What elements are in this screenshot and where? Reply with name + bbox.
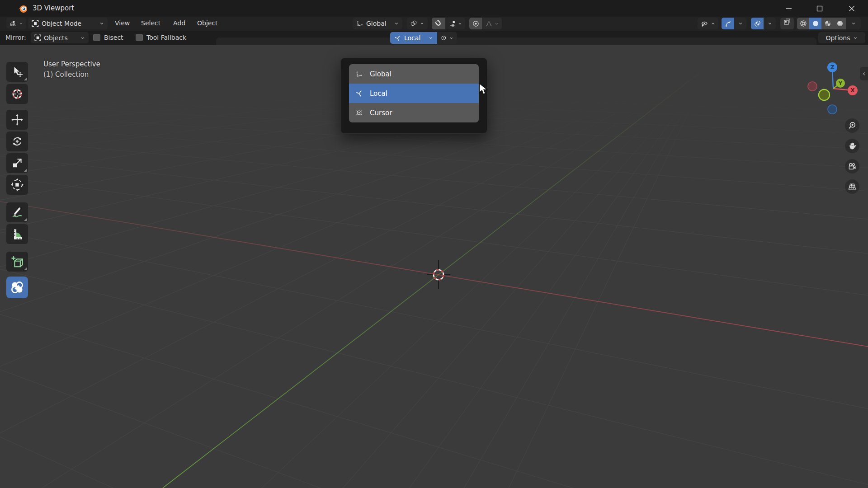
pivot-point-dropdown[interactable] [407,18,428,29]
perspective-toggle-button[interactable] [845,179,859,194]
proportional-editing-icon [472,20,480,28]
gizmo-arrow-icon [724,20,732,28]
chevron-down-icon [449,36,454,41]
chevron-down-icon [494,21,499,26]
wireframe-sphere-icon [799,19,807,28]
tool-pivot-dropdown[interactable] [437,32,457,44]
mirror-tool-button-active[interactable] [6,277,28,298]
minimize-icon [785,5,793,12]
measure-tool-button[interactable] [6,224,28,244]
tool-settings-panel-backdrop [216,38,816,45]
gizmo-axis-neg-y[interactable] [819,89,830,100]
proportional-editing-toggle[interactable] [469,18,482,29]
cursor-tool-button[interactable] [6,84,28,104]
bisect-checkbox[interactable] [93,34,100,41]
add-cube-tool-button[interactable] [6,252,28,272]
shading-solid-button[interactable] [809,18,821,29]
menu-view[interactable]: View [115,19,130,27]
overlays-icon [754,20,761,28]
subtool-indicator [24,267,27,270]
transform-orientation-label: Global [366,20,387,27]
scale-icon [11,157,23,169]
orientation-menu-item-cursor[interactable]: Cursor [349,103,479,122]
pivot-median-icon [440,34,448,42]
subtool-indicator [24,169,27,172]
chevron-down-icon [853,35,858,41]
menu-add[interactable]: Add [173,19,185,27]
camera-view-button[interactable] [845,159,859,174]
bisect-label: Bisect [104,34,123,41]
mode-selector-dropdown[interactable]: Object Mode [28,18,108,29]
viewport-header: Object Mode View Select Add Object Globa… [0,17,868,31]
proportional-falloff-dropdown[interactable] [482,18,502,29]
mirror-object-label: Objects [44,34,68,42]
object-visibility-dropdown[interactable] [698,18,718,29]
window-title: 3D Viewport [33,4,74,12]
tool-fallback-checkbox[interactable] [136,34,143,41]
view-perspective-label: User Perspective [43,60,100,68]
close-icon [848,5,855,12]
shading-options-dropdown[interactable] [846,18,861,29]
orientation-menu-item-local[interactable]: Local [349,84,479,103]
shading-wireframe-button[interactable] [797,18,809,29]
maximize-button[interactable] [809,0,830,17]
blender-window: User Perspective (1) Collection [0,0,868,488]
orientation-global-icon [355,70,363,78]
show-gizmo-toggle[interactable] [722,18,734,29]
solid-sphere-icon [811,19,820,28]
options-dropdown[interactable]: Options [818,32,865,43]
magnifier-plus-icon [848,121,857,130]
pivot-point-icon [410,19,417,28]
rotate-icon [11,135,24,148]
grid-plane-icon [848,182,857,191]
tool-orientation-label: Local [404,34,420,42]
orientation-menu-item-global[interactable]: Global [349,64,479,84]
annotate-tool-button[interactable] [6,202,28,222]
select-box-tool-button[interactable] [6,62,28,82]
transform-orientation-dropdown[interactable]: Global [353,18,402,29]
minimize-button[interactable] [778,0,799,17]
tool-orientation-dropdown-open[interactable]: Local [390,32,437,44]
editor-type-selector[interactable] [6,18,26,29]
menu-item-label: Global [370,70,392,78]
blender-logo-icon [17,3,28,14]
sidebar-collapse-toggle[interactable]: ‹ [860,67,868,80]
overlays-controls [751,18,776,29]
xray-toggle[interactable] [780,18,794,29]
mirror-object-dropdown[interactable]: Objects [31,32,89,43]
gizmo-y-label: Y [838,80,843,86]
titlebar[interactable]: 3D Viewport [0,0,868,17]
scale-tool-button[interactable] [6,153,28,173]
pan-button[interactable] [845,139,859,153]
gizmo-options-dropdown[interactable] [734,18,746,29]
zoom-button[interactable] [845,118,859,133]
transform-tool-button[interactable] [6,175,28,195]
chevron-down-icon [458,21,462,26]
gizmo-axis-neg-z[interactable] [828,105,837,114]
snap-toggle[interactable] [432,18,445,29]
chevron-down-icon [767,21,773,26]
3d-cursor-tool-icon [10,87,24,101]
move-tool-button[interactable] [6,110,28,130]
gizmos-controls [722,18,746,29]
close-button[interactable] [841,0,862,17]
overlays-options-dropdown[interactable] [764,18,776,29]
orientation-global-icon [356,19,364,28]
tool-orientation-controls: Local [390,32,457,44]
gizmo-axis-neg-x[interactable] [808,82,817,91]
menu-item-label: Cursor [370,109,392,117]
show-overlays-toggle[interactable] [751,18,764,29]
menu-object[interactable]: Object [197,19,218,27]
navigation-gizmo[interactable]: Z Y X [800,54,868,127]
snap-target-dropdown[interactable] [445,18,465,29]
rotate-tool-button[interactable] [6,131,28,151]
shading-material-button[interactable] [821,18,834,29]
chevron-down-icon [711,21,715,26]
mode-selector-label: Object Mode [42,20,81,27]
maximize-icon [816,5,823,12]
viewport-shading-controls [797,18,861,29]
shading-rendered-button[interactable] [834,18,846,29]
menu-select[interactable]: Select [141,19,160,27]
chevron-down-icon [738,21,743,26]
mirror-settings-label: Mirror: [5,34,26,41]
